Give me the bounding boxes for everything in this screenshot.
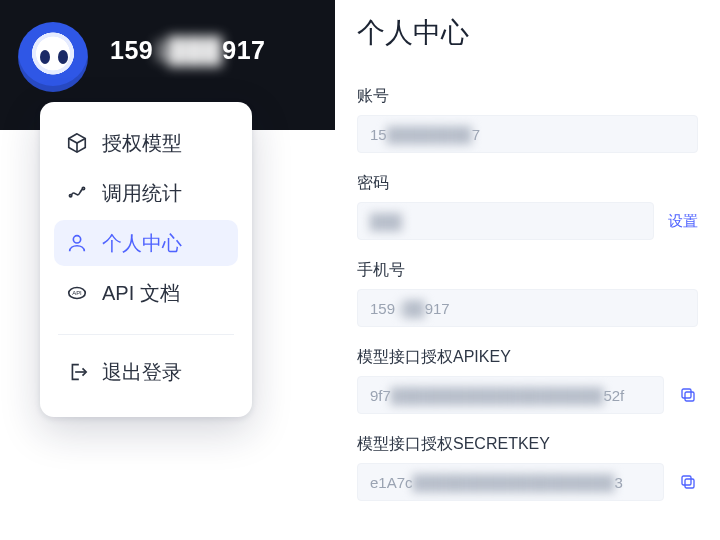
menu-item-authorized-models[interactable]: 授权模型	[54, 120, 238, 166]
copy-icon	[679, 386, 697, 404]
copy-secretkey-button[interactable]	[678, 472, 698, 492]
svg-rect-6	[682, 389, 691, 398]
copy-apikey-button[interactable]	[678, 385, 698, 405]
password-input: ███	[357, 202, 654, 240]
field-phone: 手机号 1591██917	[357, 260, 698, 327]
menu-item-label: API 文档	[102, 283, 180, 303]
username-suffix: 917	[222, 36, 265, 64]
menu-item-label: 调用统计	[102, 183, 182, 203]
field-label: 模型接口授权SECRETKEY	[357, 434, 698, 455]
username-mask: 1███	[153, 36, 222, 64]
field-apikey: 模型接口授权APIKEY 9f7████████████████████52f	[357, 347, 698, 414]
password-set-link[interactable]: 设置	[668, 212, 698, 231]
secretkey-input: e1A7c███████████████████3	[357, 463, 664, 501]
svg-point-2	[73, 236, 80, 243]
cube-icon	[66, 132, 88, 154]
svg-text:API: API	[72, 290, 82, 296]
copy-icon	[679, 473, 697, 491]
profile-panel: 个人中心 账号 15████████7 密码 ███ 设置 手机号	[335, 0, 720, 540]
field-password: 密码 ███ 设置	[357, 173, 698, 240]
user-icon	[66, 232, 88, 254]
avatar[interactable]	[18, 22, 88, 92]
menu-item-logout[interactable]: 退出登录	[54, 349, 238, 395]
menu-item-call-stats[interactable]: 调用统计	[54, 170, 238, 216]
svg-rect-8	[682, 476, 691, 485]
svg-rect-5	[685, 392, 694, 401]
svg-point-0	[69, 195, 71, 197]
menu-item-label: 个人中心	[102, 233, 182, 253]
menu-item-profile[interactable]: 个人中心	[54, 220, 238, 266]
phone-input: 1591██917	[357, 289, 698, 327]
logout-icon	[66, 361, 88, 383]
field-secretkey: 模型接口授权SECRETKEY e1A7c███████████████████…	[357, 434, 698, 501]
menu-item-api-docs[interactable]: API API 文档	[54, 270, 238, 316]
page-title: 个人中心	[357, 14, 698, 52]
menu-item-label: 授权模型	[102, 133, 182, 153]
api-icon: API	[66, 282, 88, 304]
field-label: 密码	[357, 173, 698, 194]
username: 1591███917	[110, 36, 265, 65]
field-label: 账号	[357, 86, 698, 107]
account-input: 15████████7	[357, 115, 698, 153]
field-label: 模型接口授权APIKEY	[357, 347, 698, 368]
svg-point-1	[82, 187, 84, 189]
apikey-input: 9f7████████████████████52f	[357, 376, 664, 414]
username-prefix: 159	[110, 36, 153, 64]
stats-icon	[66, 182, 88, 204]
field-label: 手机号	[357, 260, 698, 281]
field-account: 账号 15████████7	[357, 86, 698, 153]
menu-divider	[58, 334, 234, 335]
menu-item-label: 退出登录	[102, 362, 182, 382]
svg-rect-7	[685, 479, 694, 488]
user-menu: 授权模型 调用统计 个人中心 API API 文档	[40, 102, 252, 417]
